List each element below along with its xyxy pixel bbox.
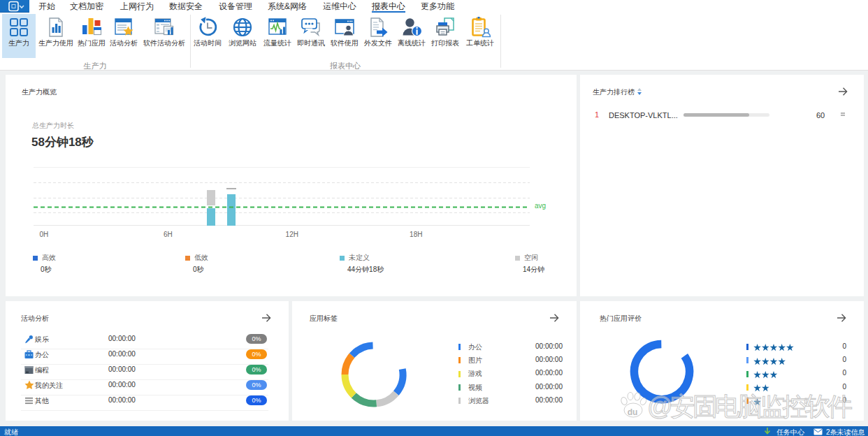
svg-text:@安固电脑监控软件: @安固电脑监控软件 xyxy=(647,392,853,421)
svg-text:du: du xyxy=(628,407,638,417)
